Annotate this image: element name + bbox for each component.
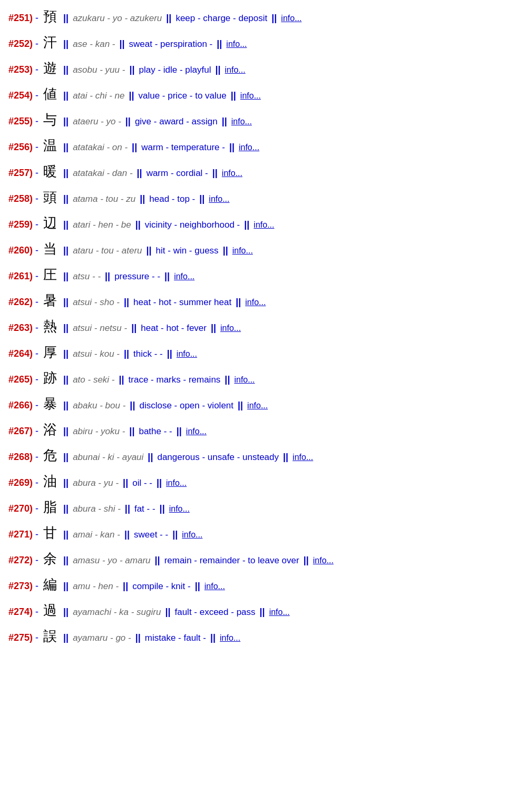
readings: ase - kan - [73,39,115,49]
kanji-char: 危 [43,447,57,463]
pipe-separator: || [61,193,71,204]
info-link[interactable]: info... [220,324,241,332]
pipe-separator: || [210,168,220,178]
info-link[interactable]: info... [222,169,242,178]
pipe-separator: || [154,477,164,488]
info-link[interactable]: info... [209,194,229,203]
list-item: #253) - 遊 || asobu - yuu - || play - idl… [8,58,509,79]
meanings: hit - win - guess [156,246,219,256]
list-item: #267) - 浴 || abiru - yoku - || bathe - -… [8,419,509,440]
info-link[interactable]: info... [204,582,225,591]
info-link[interactable]: info... [253,220,274,229]
list-item: #260) - 当 || ataru - tou - ateru || hit … [8,239,509,259]
info-link[interactable]: info... [226,40,247,48]
info-link[interactable]: info... [313,556,334,565]
info-link[interactable]: info... [220,633,240,642]
pipe-separator: || [116,38,127,49]
kanji-char: 編 [43,576,57,592]
entry-number: #254) [8,90,33,101]
list-item: #266) - 暴 || abaku - bou - || disclose -… [8,394,509,414]
pipe-separator: || [61,297,71,307]
list-item: #270) - 脂 || abura - shi - || fat - - ||… [8,497,509,517]
info-link[interactable]: info... [166,478,187,487]
pipe-separator: || [144,245,154,256]
kanji-char: 預 [43,8,57,24]
meanings: keep - charge - deposit [175,13,267,23]
entry-number: #253) [8,64,33,75]
pipe-separator: || [61,142,71,152]
meanings: sweet - - [134,530,168,540]
info-link[interactable]: info... [231,117,252,126]
readings: atsui - kou - [73,349,120,359]
entry-number: #261) [8,271,33,281]
pipe-separator: || [235,400,246,410]
info-link[interactable]: info... [247,401,268,410]
entry-number: #258) [8,193,33,204]
pipe-separator: || [61,116,71,126]
entry-number: #271) [8,529,33,540]
pipe-separator: || [192,581,203,591]
info-link[interactable]: info... [240,91,261,100]
readings: atama - tou - zu [73,194,135,204]
meanings: remain - remainder - to leave over [164,555,299,565]
info-link[interactable]: info... [186,427,207,436]
readings: atsui - netsu - [73,323,127,333]
meanings: head - top - [149,194,195,204]
pipe-separator: || [122,503,133,514]
entry-number: #267) [8,426,33,436]
list-item: #269) - 油 || abura - yu - || oil - - || … [8,471,509,492]
list-item: #265) - 跡 || ato - seki - || trace - mar… [8,368,509,388]
kanji-char: 辺 [43,215,57,231]
dash-separator: - [35,38,38,49]
pipe-separator: || [257,606,268,617]
kanji-char: 温 [43,138,57,153]
readings: amasu - yo - amaru [73,555,150,565]
info-link[interactable]: info... [182,530,202,539]
readings: abiru - yoku - [73,426,125,436]
dash-separator: - [35,13,38,23]
list-item: #252) - 汗 || ase - kan - || sweat - pers… [8,32,509,53]
dash-separator: - [35,193,38,204]
dash-separator: - [35,452,38,462]
pipe-separator: || [233,297,243,307]
info-link[interactable]: info... [177,349,197,358]
info-link[interactable]: info... [245,298,266,307]
pipe-separator: || [61,452,71,462]
dash-separator: - [35,64,38,75]
dash-separator: - [35,581,38,591]
meanings: heat - hot - fever [141,323,207,333]
dash-separator: - [35,529,38,540]
list-item: #259) - 辺 || atari - hen - be || vicinit… [8,213,509,233]
dash-separator: - [35,426,38,436]
list-item: #255) - 与 || ataeru - yo - || give - awa… [8,110,509,130]
kanji-char: 暖 [43,163,57,179]
list-item: #268) - 危 || abunai - ki - ayaui || dang… [8,445,509,466]
info-link[interactable]: info... [281,14,301,23]
info-link[interactable]: info... [232,246,253,255]
kanji-char: 遊 [43,60,57,76]
info-link[interactable]: info... [225,65,246,74]
entry-number: #264) [8,348,33,359]
readings: atari - hen - be [73,220,131,230]
info-link[interactable]: info... [234,375,255,384]
kanji-char: 値 [43,86,57,102]
info-link[interactable]: info... [292,453,313,462]
info-link[interactable]: info... [174,272,194,281]
pipe-separator: || [61,529,71,540]
meanings: fault - exceed - pass [174,607,255,617]
entry-number: #270) [8,503,33,514]
pipe-separator: || [61,271,71,281]
entry-number: #274) [8,606,33,617]
kanji-char: 汗 [43,34,57,50]
dash-separator: - [35,219,38,230]
info-link[interactable]: info... [239,143,259,152]
meanings: thick - - [133,349,163,359]
meanings: warm - temperature - [141,142,225,152]
list-item: #251) - 預 || azukaru - yo - azukeru || k… [8,6,509,27]
readings: atai - chi - ne [73,91,124,101]
info-link[interactable]: info... [169,504,190,513]
dash-separator: - [35,477,38,488]
list-item: #264) - 厚 || atsui - kou - || thick - - … [8,342,509,363]
info-link[interactable]: info... [269,608,290,617]
kanji-char: 厚 [43,344,57,360]
